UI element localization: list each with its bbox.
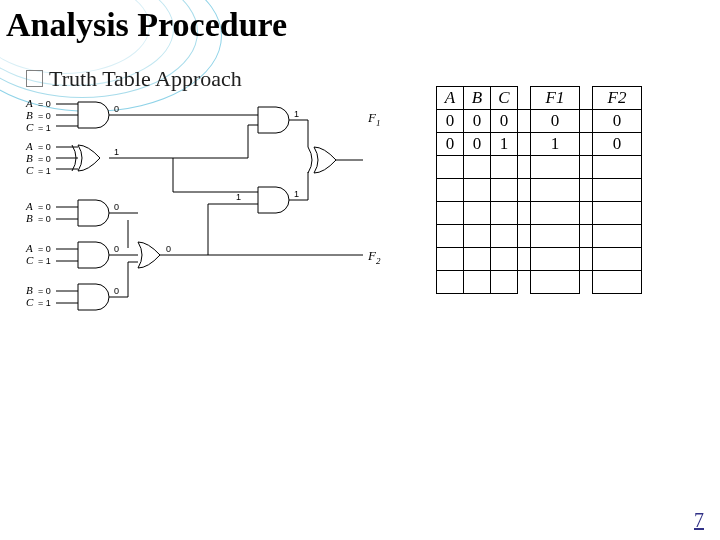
svg-text:= 0: = 0 — [38, 214, 51, 224]
svg-text:C: C — [26, 296, 34, 308]
circuit-diagram: A= 0 B= 0 C= 1 A= 0 B= 0 C= 1 A= 0 B= 0 … — [8, 92, 408, 412]
table-row — [437, 179, 642, 202]
svg-text:C: C — [26, 121, 34, 133]
svg-text:= 0: = 0 — [38, 99, 51, 109]
svg-text:= 0: = 0 — [38, 244, 51, 254]
truth-table: A B C F1 F2 00000 00110 — [436, 86, 642, 294]
col-C: C — [491, 87, 518, 110]
bullet-box-icon — [26, 70, 43, 87]
svg-text:A: A — [25, 97, 33, 109]
svg-text:0: 0 — [114, 202, 119, 212]
svg-text:1: 1 — [294, 189, 299, 199]
table-row: 00000 — [437, 110, 642, 133]
svg-text:= 0: = 0 — [38, 142, 51, 152]
svg-text:1: 1 — [114, 147, 119, 157]
svg-text:A: A — [25, 140, 33, 152]
truth-table-header: A B C F1 F2 — [437, 87, 642, 110]
svg-text:= 1: = 1 — [38, 123, 51, 133]
svg-text:B: B — [26, 284, 33, 296]
table-row — [437, 156, 642, 179]
col-A: A — [437, 87, 464, 110]
svg-text:F1: F1 — [367, 110, 380, 128]
svg-text:= 1: = 1 — [38, 298, 51, 308]
table-row: 00110 — [437, 133, 642, 156]
col-F2: F2 — [593, 87, 642, 110]
svg-text:= 0: = 0 — [38, 111, 51, 121]
table-row — [437, 225, 642, 248]
svg-text:= 0: = 0 — [38, 286, 51, 296]
col-F1: F1 — [531, 87, 580, 110]
svg-text:= 0: = 0 — [38, 202, 51, 212]
svg-text:A: A — [25, 200, 33, 212]
svg-text:A: A — [25, 242, 33, 254]
bullet-truth-table: Truth Table Approach — [26, 66, 242, 92]
svg-text:B: B — [26, 109, 33, 121]
bullet-text: Truth Table Approach — [49, 66, 242, 91]
svg-text:F2: F2 — [367, 248, 381, 266]
svg-text:C: C — [26, 254, 34, 266]
svg-text:1: 1 — [236, 192, 241, 202]
svg-text:= 1: = 1 — [38, 166, 51, 176]
svg-text:0: 0 — [114, 244, 119, 254]
table-row — [437, 271, 642, 294]
svg-text:1: 1 — [294, 109, 299, 119]
svg-text:B: B — [26, 212, 33, 224]
svg-text:0: 0 — [114, 286, 119, 296]
table-row — [437, 248, 642, 271]
svg-text:B: B — [26, 152, 33, 164]
table-row — [437, 202, 642, 225]
page-title: Analysis Procedure — [6, 6, 287, 44]
page-number: 7 — [694, 509, 704, 532]
svg-text:0: 0 — [114, 104, 119, 114]
svg-text:0: 0 — [166, 244, 171, 254]
svg-text:= 1: = 1 — [38, 256, 51, 266]
col-B: B — [464, 87, 491, 110]
svg-text:= 0: = 0 — [38, 154, 51, 164]
svg-text:C: C — [26, 164, 34, 176]
